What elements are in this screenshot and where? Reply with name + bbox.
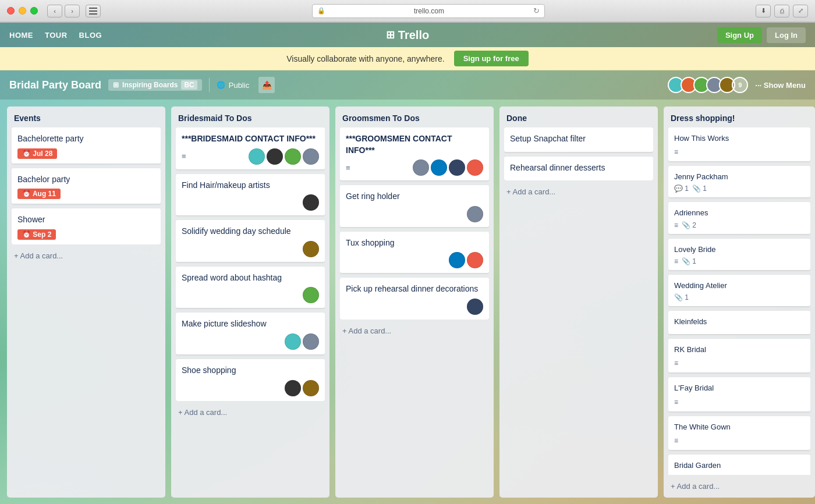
nav-blog[interactable]: BLOG: [79, 31, 102, 40]
nav-controls[interactable]: ‹ ›: [47, 5, 80, 17]
date-badge[interactable]: ⏰ Jul 28: [17, 148, 57, 159]
card-d-snapchat[interactable]: Setup Snapchat filter: [504, 127, 653, 152]
add-card-button[interactable]: + Add a card...: [504, 185, 653, 198]
card-b-contact[interactable]: ***BRIDESMAID CONTACT INFO*** ≡: [176, 127, 325, 169]
visibility-button[interactable]: 🌐 Public: [217, 81, 249, 90]
refresh-icon[interactable]: ↻: [533, 6, 540, 15]
window-controls[interactable]: [7, 7, 38, 15]
back-button[interactable]: ‹: [47, 5, 62, 17]
forward-button[interactable]: ›: [65, 5, 80, 17]
card-shower[interactable]: Shower ⏰ Sep 2: [12, 208, 161, 244]
member-av[interactable]: [249, 148, 265, 165]
card-meta: ⏰ Jul 28: [17, 148, 155, 159]
nav-left[interactable]: HOME TOUR BLOG: [9, 31, 102, 40]
card-dr-works[interactable]: How This Works ≡: [668, 127, 810, 161]
card-dr-white[interactable]: The White Gown ≡: [668, 416, 810, 450]
list-events: Events Bachelorette party ⏰ Jul 28 Bache…: [7, 107, 165, 498]
member-av[interactable]: [303, 241, 319, 257]
member-av[interactable]: [303, 148, 319, 165]
card-bachelorette[interactable]: Bachelorette party ⏰ Jul 28: [12, 127, 161, 164]
download-icon[interactable]: ⬇: [756, 5, 771, 17]
member-av[interactable]: [449, 159, 465, 176]
card-meta: ⏰ Sep 2: [17, 229, 155, 240]
list-title-dress: Dress shopping!: [668, 111, 810, 127]
member-av[interactable]: [303, 333, 319, 350]
card-dr-lovely[interactable]: Lovely Bride ≡ 📎 1: [668, 239, 810, 270]
card-dr-klein[interactable]: Kleinfelds: [668, 311, 810, 334]
card-b-hair[interactable]: Find Hair/makeup artists: [176, 174, 325, 216]
card-d-desserts[interactable]: Rehearsal dinner desserts: [504, 157, 653, 181]
card-members: [303, 287, 319, 303]
card-dr-garden[interactable]: Bridal Garden ≡: [668, 455, 810, 475]
login-button[interactable]: Log In: [767, 27, 806, 43]
nav-tour[interactable]: TOUR: [45, 31, 68, 40]
card-b-schedule[interactable]: Solidify wedding day schedule: [176, 220, 325, 262]
card-b-hashtag[interactable]: Spread word about hashtag: [176, 267, 325, 308]
description-icon: ≡: [674, 359, 678, 367]
date-badge[interactable]: ⏰ Sep 2: [17, 229, 56, 240]
inspiring-boards-badge[interactable]: ⊞ Inspiring Boards BC: [108, 79, 202, 91]
member-av[interactable]: [431, 159, 447, 176]
signup-button[interactable]: Sign Up: [717, 27, 762, 43]
banner-signup-button[interactable]: Sign up for free: [454, 51, 529, 66]
sidebar-button[interactable]: [86, 5, 101, 17]
share-board-button[interactable]: 📤: [258, 77, 275, 93]
window-right-controls[interactable]: ⬇ ⎙ ⤢: [756, 5, 808, 17]
member-av[interactable]: [413, 159, 429, 176]
card-title: Kleinfelds: [674, 317, 805, 327]
dots-icon: ···: [755, 81, 761, 90]
card-g-ring[interactable]: Get ring holder: [340, 185, 489, 227]
fullscreen-icon[interactable]: ⤢: [793, 5, 808, 17]
add-card-button[interactable]: + Add a card...: [12, 249, 161, 262]
close-button[interactable]: [7, 7, 15, 15]
minimize-button[interactable]: [19, 7, 26, 15]
member-av[interactable]: [303, 194, 319, 211]
card-title: Shower: [17, 214, 155, 226]
card-dr-adriennes[interactable]: Adriennes ≡ 📎 2: [668, 202, 810, 233]
member-av[interactable]: [467, 206, 483, 222]
show-menu-button[interactable]: ··· Show Menu: [755, 81, 806, 90]
comment-icon-item: 💬 1: [674, 184, 689, 193]
description-icon: ≡: [674, 436, 678, 445]
address-bar[interactable]: 🔒 trello.com ↻: [136, 4, 721, 18]
member-av[interactable]: [285, 148, 301, 165]
card-b-shoes[interactable]: Shoe shopping: [176, 359, 325, 401]
nav-home[interactable]: HOME: [9, 31, 33, 40]
add-card-button[interactable]: + Add a card...: [668, 480, 810, 493]
card-bachelor[interactable]: Bachelor party ⏰ Aug 11: [12, 168, 161, 204]
member-av[interactable]: [303, 287, 319, 303]
card-dr-rk[interactable]: RK Bridal ≡: [668, 339, 810, 372]
member-av[interactable]: [285, 333, 301, 350]
member-av[interactable]: [467, 252, 483, 268]
card-dr-lfay[interactable]: L'Fay Bridal ≡: [668, 377, 810, 411]
add-card-button[interactable]: + Add a card...: [340, 324, 489, 338]
member-av[interactable]: [267, 148, 283, 165]
member-av[interactable]: [449, 252, 465, 268]
url-input[interactable]: 🔒 trello.com ↻: [312, 4, 545, 18]
member-count[interactable]: 9: [732, 77, 748, 93]
card-dr-jenny[interactable]: Jenny Packham 💬 1 📎 1: [668, 166, 810, 197]
description-icon: ≡: [182, 152, 186, 161]
card-title: Bachelorette party: [17, 133, 155, 145]
card-title: Wedding Atelier: [674, 281, 805, 291]
nav-right[interactable]: Sign Up Log In: [717, 27, 806, 43]
card-title: Tux shopping: [346, 237, 483, 249]
card-g-dinner[interactable]: Pick up rehearsal dinner decorations: [340, 278, 489, 320]
card-dr-atelier[interactable]: Wedding Atelier 📎 1: [668, 275, 810, 306]
card-members: [467, 206, 483, 222]
maximize-button[interactable]: [30, 7, 38, 15]
list-bridesmaid: Bridesmaid To Dos ***BRIDESMAID CONTACT …: [171, 107, 329, 498]
member-av[interactable]: [303, 380, 319, 396]
member-av[interactable]: [285, 380, 301, 396]
description-icon: ≡: [674, 221, 678, 229]
member-av[interactable]: [467, 299, 483, 315]
add-card-button[interactable]: + Add a card...: [176, 406, 325, 419]
date-badge[interactable]: ⏰ Aug 11: [17, 189, 61, 199]
list-cards-events: Bachelorette party ⏰ Jul 28 Bachelor par…: [12, 127, 161, 244]
card-g-tux[interactable]: Tux shopping: [340, 232, 489, 274]
card-title: Bridal Garden: [674, 460, 805, 471]
card-g-contact[interactable]: ***GROOMSMEN CONTACT INFO*** ≡: [340, 127, 489, 180]
member-av[interactable]: [467, 159, 483, 176]
card-b-slideshow[interactable]: Make picture slideshow: [176, 313, 325, 354]
share-icon[interactable]: ⎙: [774, 5, 789, 17]
